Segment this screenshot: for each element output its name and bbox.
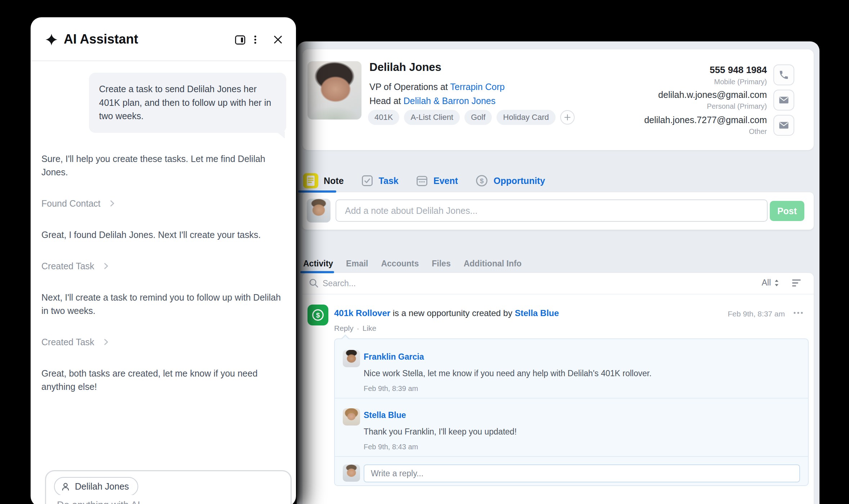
filter-all-label: All bbox=[762, 278, 771, 288]
phone-icon bbox=[778, 69, 789, 80]
kebab-menu-button[interactable] bbox=[250, 34, 261, 46]
divider bbox=[335, 398, 808, 399]
tab-note-label: Note bbox=[324, 176, 344, 186]
dollar-circle-icon: $ bbox=[311, 308, 325, 322]
avatar bbox=[343, 350, 360, 367]
entry-actions: Reply · Like bbox=[334, 324, 376, 333]
add-tag-button[interactable] bbox=[560, 110, 575, 125]
entry-timestamp: Feb 9th, 8:37 am bbox=[728, 310, 785, 318]
filter-icon[interactable] bbox=[791, 279, 801, 289]
task-checkbox-icon bbox=[360, 174, 374, 188]
tab-task[interactable]: Task bbox=[360, 174, 399, 188]
ai-assistant-panel: AI Assistant Create a task to send Delil… bbox=[31, 17, 296, 504]
email-row: delilah.jones.7277@gmail.com Other bbox=[644, 115, 767, 136]
activity-tab-bar: Activity Email Accounts Files Additional… bbox=[303, 256, 522, 271]
author-link[interactable]: Stella Blue bbox=[515, 308, 559, 318]
crm-window: Delilah Jones VP of Operations at Terrap… bbox=[297, 41, 819, 504]
user-message: Create a task to send Delilah Jones her … bbox=[89, 73, 286, 133]
email-button[interactable] bbox=[773, 90, 794, 111]
tag-pill[interactable]: A-List Client bbox=[404, 110, 460, 125]
plus-icon bbox=[563, 113, 571, 121]
active-tab-underline bbox=[300, 271, 334, 273]
call-button[interactable] bbox=[773, 64, 794, 85]
comments-thread: Franklin Garcia Nice work Stella, let me… bbox=[334, 338, 809, 486]
role-prefix: VP of Operations at bbox=[369, 82, 448, 92]
email-address: delilah.jones.7277@gmail.com bbox=[644, 115, 767, 125]
created-task-link[interactable]: Created Task bbox=[41, 337, 110, 347]
calendar-icon bbox=[415, 174, 429, 188]
email-row: delilah.w.jones@gmail.com Personal (Prim… bbox=[658, 90, 767, 111]
tab-task-label: Task bbox=[379, 176, 399, 186]
divider bbox=[335, 456, 808, 457]
tab-email[interactable]: Email bbox=[346, 259, 368, 269]
action-label: Created Task bbox=[41, 261, 94, 271]
tag-list: 401K A-List Client Golf Holiday Card bbox=[368, 110, 575, 125]
assistant-message: Sure, I'll help you create these tasks. … bbox=[41, 152, 281, 179]
action-label: Found Contact bbox=[41, 198, 100, 209]
secondary-company-link[interactable]: Delilah & Barron Jones bbox=[404, 96, 496, 106]
email-address: delilah.w.jones@gmail.com bbox=[658, 90, 767, 100]
tab-files[interactable]: Files bbox=[432, 259, 450, 269]
contact-header-card: Delilah Jones VP of Operations at Terrap… bbox=[302, 49, 814, 150]
tab-activity[interactable]: Activity bbox=[303, 259, 333, 269]
contact-secondary-line: Head at Delilah & Barron Jones bbox=[369, 96, 495, 106]
company-link[interactable]: Terrapin Corp bbox=[450, 82, 504, 92]
context-chip[interactable]: Delilah Jones bbox=[54, 477, 138, 496]
ai-panel-title: AI Assistant bbox=[64, 32, 138, 47]
email-button[interactable] bbox=[773, 115, 794, 136]
created-task-link[interactable]: Created Task bbox=[41, 261, 110, 271]
envelope-icon bbox=[778, 120, 790, 131]
post-button[interactable]: Post bbox=[770, 201, 804, 221]
note-composer-card: Post bbox=[302, 192, 814, 230]
search-icon bbox=[308, 278, 319, 290]
reply-button[interactable]: Reply bbox=[334, 324, 354, 333]
tag-pill[interactable]: 401K bbox=[368, 110, 399, 125]
divider bbox=[302, 294, 814, 294]
tab-additional-info[interactable]: Additional Info bbox=[464, 259, 522, 269]
note-input[interactable] bbox=[336, 199, 768, 222]
context-chip-label: Delilah Jones bbox=[75, 481, 129, 492]
reply-input[interactable] bbox=[364, 464, 800, 482]
close-button[interactable] bbox=[272, 34, 284, 46]
comment-text: Nice work Stella, let me know if you nee… bbox=[364, 369, 652, 378]
tab-event-label: Event bbox=[434, 176, 458, 186]
commenter-name-link[interactable]: Stella Blue bbox=[364, 410, 406, 420]
ai-prompt-input[interactable] bbox=[57, 495, 277, 504]
filter-all-dropdown[interactable]: All bbox=[762, 278, 780, 288]
action-label: Created Task bbox=[41, 337, 94, 347]
comment-text: Thank you Franklin, I'll keep you update… bbox=[364, 427, 517, 437]
chevron-right-icon bbox=[102, 338, 110, 346]
phone-label: Mobile (Primary) bbox=[710, 78, 767, 86]
comment-timestamp: Feb 9th, 8:39 am bbox=[364, 384, 418, 393]
tag-pill[interactable]: Golf bbox=[464, 110, 492, 125]
avatar bbox=[343, 408, 360, 426]
tag-pill[interactable]: Holiday Card bbox=[497, 110, 555, 125]
opportunity-entry-icon: $ bbox=[307, 305, 328, 325]
canvas: Delilah Jones VP of Operations at Terrap… bbox=[0, 0, 849, 504]
phone-row: 555 948 1984 Mobile (Primary) bbox=[710, 64, 767, 86]
like-button[interactable]: Like bbox=[363, 324, 377, 333]
tab-accounts[interactable]: Accounts bbox=[381, 259, 419, 269]
tab-opportunity-label: Opportunity bbox=[494, 176, 545, 186]
more-options-icon[interactable] bbox=[793, 310, 804, 317]
current-user-avatar bbox=[343, 464, 360, 482]
side-panel-toggle-button[interactable] bbox=[234, 34, 246, 47]
assistant-message: Great, both tasks are created, let me kn… bbox=[41, 367, 281, 393]
chat-transcript: Create a task to send Delilah Jones her … bbox=[41, 61, 286, 413]
sort-arrows-icon bbox=[773, 279, 780, 287]
opportunity-link[interactable]: 401k Rollover bbox=[334, 308, 390, 318]
panel-icon bbox=[234, 34, 246, 46]
chevron-right-icon bbox=[102, 262, 110, 270]
dollar-circle-icon: $ bbox=[475, 174, 489, 188]
entry-mid-text: is a new opportunity created by bbox=[393, 308, 512, 318]
tab-opportunity[interactable]: $ Opportunity bbox=[475, 174, 545, 188]
comment-timestamp: Feb 9th, 8:43 am bbox=[364, 443, 418, 451]
commenter-name-link[interactable]: Franklin Garcia bbox=[364, 352, 424, 362]
email-label: Other bbox=[644, 127, 767, 136]
email-label: Personal (Primary) bbox=[658, 102, 767, 111]
search-input[interactable] bbox=[323, 275, 575, 291]
tab-event[interactable]: Event bbox=[415, 174, 458, 188]
note-icon bbox=[302, 172, 319, 189]
tab-note[interactable]: Note bbox=[302, 172, 344, 189]
found-contact-link[interactable]: Found Contact bbox=[41, 198, 116, 209]
